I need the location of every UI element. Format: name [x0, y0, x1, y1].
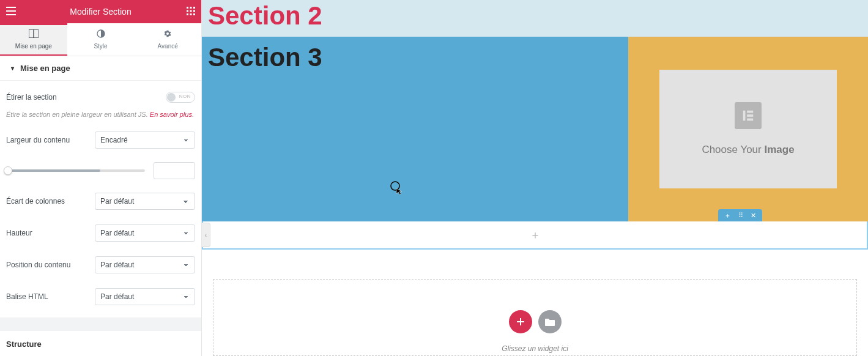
- svg-rect-6: [187, 10, 188, 12]
- svg-rect-15: [743, 111, 746, 121]
- stretch-label: Étirer la section: [6, 93, 57, 102]
- panel-body: Étirer la section NON Étire la section e…: [0, 81, 201, 356]
- section-3[interactable]: Section 3 Choose Your Image: [202, 37, 868, 221]
- svg-rect-17: [747, 114, 753, 117]
- field-height: Hauteur Par défaut: [6, 217, 195, 249]
- svg-rect-4: [190, 7, 192, 9]
- content-position-select[interactable]: Par défaut: [95, 256, 195, 273]
- tab-advanced-label: Avancé: [158, 43, 178, 50]
- stretch-help-text: Étire la section en pleine largeur en ut…: [6, 110, 195, 124]
- svg-rect-7: [190, 10, 192, 12]
- accordion-layout-header[interactable]: ▾ Mise en page: [0, 56, 201, 81]
- caret-down-icon: ▾: [11, 65, 14, 72]
- section-2[interactable]: Section 2: [202, 0, 868, 37]
- tab-advanced[interactable]: Avancé: [134, 23, 201, 56]
- svg-rect-1: [6, 10, 16, 12]
- accordion-layout-title: Mise en page: [20, 64, 70, 73]
- svg-rect-3: [187, 7, 188, 9]
- drop-zone-hint: Glissez un widget ici: [502, 344, 568, 353]
- learn-more-dot: .: [192, 111, 194, 118]
- svg-rect-0: [6, 7, 16, 8]
- toggle-off-label: NON: [179, 94, 191, 99]
- section-toolbar: ＋ ⠿ ✕: [718, 209, 762, 221]
- content-width-slider-row: [6, 156, 195, 185]
- svg-rect-9: [187, 13, 188, 15]
- apps-grid-icon[interactable]: [187, 7, 195, 17]
- template-library-button[interactable]: [538, 310, 562, 333]
- drag-handle-icon[interactable]: ⠿: [738, 212, 743, 220]
- content-width-slider[interactable]: [6, 169, 145, 172]
- sidebar-header: Modifier Section: [0, 0, 201, 23]
- learn-more-link[interactable]: En savoir plus: [150, 111, 192, 118]
- editor-canvas: Section 2 Section 3 Choose Your Image ＋ …: [202, 0, 868, 356]
- svg-rect-8: [193, 10, 195, 12]
- content-width-label: Largeur du contenu: [6, 136, 70, 144]
- html-tag-select[interactable]: Par défaut: [95, 288, 195, 305]
- svg-rect-5: [193, 7, 195, 9]
- svg-rect-16: [747, 111, 753, 113]
- panel-tabs: Mise en page Style Avancé: [0, 23, 201, 56]
- svg-rect-18: [747, 119, 753, 121]
- elementor-logo-icon: [735, 102, 762, 129]
- choose-image-text: Choose Your Image: [702, 144, 794, 156]
- panel-collapse-handle[interactable]: ‹: [202, 223, 210, 247]
- column-gap-label: Écart de colonnes: [6, 197, 65, 206]
- section-2-title: Section 2: [208, 1, 862, 31]
- content-position-label: Position du contenu: [6, 261, 70, 269]
- slider-fill: [6, 169, 100, 172]
- section-3-col-2[interactable]: Choose Your Image: [628, 37, 868, 221]
- add-column-inline-icon[interactable]: ＋: [530, 228, 541, 242]
- section-3-col-1[interactable]: Section 3: [202, 37, 628, 221]
- image-widget-placeholder[interactable]: Choose Your Image: [659, 70, 837, 188]
- field-content-width: Largeur du contenu Encadré: [6, 124, 195, 156]
- section-3-title: Section 3: [208, 43, 622, 72]
- tab-layout-label: Mise en page: [15, 43, 52, 50]
- sidebar-title: Modifier Section: [70, 7, 131, 17]
- gear-icon: [134, 29, 201, 40]
- add-new-section-button[interactable]: [509, 310, 532, 333]
- layout-icon: [0, 29, 67, 40]
- toggle-knob: [167, 93, 176, 102]
- tab-style-label: Style: [94, 43, 107, 50]
- contrast-icon: [67, 29, 135, 40]
- svg-rect-11: [193, 13, 195, 15]
- field-html-tag: Balise HTML Par défaut: [6, 281, 195, 313]
- stretch-toggle[interactable]: NON: [166, 92, 195, 103]
- empty-section[interactable]: ＋: [202, 221, 868, 250]
- field-stretch: Étirer la section NON: [6, 84, 195, 110]
- drop-zone-actions: [509, 310, 562, 333]
- editor-sidebar: Modifier Section Mise en page Style Avan…: [0, 0, 202, 356]
- svg-rect-20: [517, 321, 524, 322]
- tab-style[interactable]: Style: [67, 23, 135, 56]
- height-select[interactable]: Par défaut: [95, 224, 195, 242]
- separator: [0, 317, 201, 331]
- content-width-input[interactable]: [154, 162, 195, 179]
- add-section-icon[interactable]: ＋: [724, 211, 731, 220]
- field-content-position: Position du contenu Par défaut: [6, 249, 195, 281]
- svg-rect-10: [190, 13, 192, 15]
- drop-zone[interactable]: Glissez un widget ici: [213, 279, 857, 356]
- column-gap-select[interactable]: Par défaut: [95, 193, 195, 210]
- content-width-select[interactable]: Encadré: [95, 132, 195, 149]
- stretch-help-body: Étire la section en pleine largeur en ut…: [6, 111, 150, 118]
- field-column-gap: Écart de colonnes Par défaut: [6, 185, 195, 217]
- slider-handle[interactable]: [4, 166, 12, 175]
- svg-rect-2: [6, 14, 16, 15]
- structure-heading: Structure: [6, 331, 195, 354]
- height-label: Hauteur: [6, 229, 32, 237]
- html-tag-label: Balise HTML: [6, 292, 48, 301]
- menu-icon[interactable]: [6, 7, 16, 17]
- close-section-icon[interactable]: ✕: [751, 212, 756, 220]
- tab-layout[interactable]: Mise en page: [0, 23, 67, 56]
